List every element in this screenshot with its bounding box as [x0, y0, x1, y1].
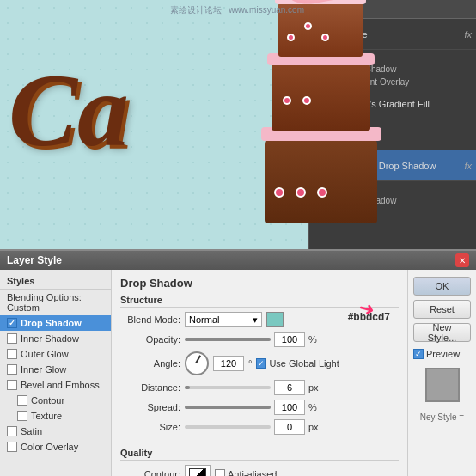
opacity-input[interactable] [274, 332, 305, 347]
blend-mode-label: Blend Mode: [120, 314, 180, 325]
size-slider[interactable] [185, 425, 271, 429]
ca-text: Ca [9, 52, 129, 170]
size-row: Size: px [120, 419, 399, 435]
style-item-color-overlay[interactable]: Color Overlay [0, 439, 111, 455]
anti-aliased-label[interactable]: Anti-aliased [215, 469, 277, 476]
distance-input[interactable] [274, 380, 305, 395]
contour-preview[interactable] [185, 465, 211, 476]
distance-slider[interactable] [185, 386, 271, 389]
quality-section: Quality Contour: Anti-aliased [120, 442, 399, 476]
blend-mode-dropdown[interactable]: Normal ▾ [185, 312, 262, 327]
reset-button[interactable]: Reset [413, 300, 471, 319]
new-style-label: Ney Style = [413, 412, 471, 422]
style-item-texture[interactable]: Texture [0, 408, 111, 424]
new-style-button[interactable]: New Style... [413, 323, 471, 342]
dialog-body: Styles Blending Options: Custom ✓ Drop S… [0, 270, 476, 476]
dropdown-arrow: ▾ [253, 314, 258, 326]
style-label-color-overlay: Color Overlay [21, 442, 78, 452]
checkbox-drop-shadow[interactable]: ✓ [7, 318, 17, 328]
quality-title: Quality [120, 448, 399, 461]
angle-label: Angle: [120, 358, 180, 369]
distance-row: Distance: px [120, 380, 399, 395]
spread-unit: % [308, 402, 317, 412]
use-global-light-label[interactable]: ✓ Use Global Light [256, 358, 339, 369]
style-label-contour: Contour [31, 395, 64, 406]
style-item-inner-shadow[interactable]: Inner Shadow [0, 331, 111, 346]
distance-unit: px [308, 382, 319, 393]
opacity-row: Opacity: % [120, 332, 399, 347]
opacity-slider-container: % [185, 332, 317, 347]
preview-checkbox[interactable]: ✓ [413, 349, 424, 359]
style-label-inner-shadow: Inner Shadow [21, 333, 79, 344]
contour-label: Contour: [120, 469, 180, 476]
size-slider-container: px [185, 419, 319, 435]
ok-button[interactable]: OK [413, 277, 471, 296]
checkbox-contour[interactable] [17, 395, 27, 406]
sub-title-structure: Structure [120, 295, 399, 308]
use-global-light-checkbox[interactable]: ✓ [256, 358, 266, 369]
contour-row: Contour: Anti-aliased [120, 465, 399, 476]
cake-illustration [253, 0, 390, 241]
opacity-unit: % [308, 334, 317, 345]
style-label-bevel-emboss: Bevel and Emboss [21, 380, 100, 390]
spread-label: Spread: [120, 402, 180, 412]
style-item-satin[interactable]: Satin [0, 424, 111, 439]
style-label-inner-glow: Inner Glow [21, 364, 66, 375]
opacity-slider[interactable] [185, 338, 271, 341]
checkbox-color-overlay[interactable] [7, 442, 17, 452]
anti-aliased-checkbox[interactable] [215, 469, 225, 476]
blend-color-swatch[interactable] [266, 312, 284, 327]
dialog-title: Layer Style [7, 254, 62, 266]
close-button[interactable]: ✕ [455, 253, 469, 267]
spread-input[interactable] [274, 400, 305, 415]
style-item-inner-glow[interactable]: Inner Glow [0, 362, 111, 377]
distance-label: Distance: [120, 382, 180, 393]
section-title: Drop Shadow [120, 277, 399, 290]
spread-slider-container: % [185, 400, 317, 415]
checkbox-bevel-emboss[interactable] [7, 380, 17, 390]
layer-style-dialog: Layer Style ✕ Styles Blending Options: C… [0, 249, 476, 476]
style-item-blending[interactable]: Blending Options: Custom [0, 290, 111, 315]
contour-inner [189, 468, 206, 476]
style-list-header: Styles [0, 273, 111, 290]
dialog-buttons: OK Reset New Style... ✓ Preview Ney Styl… [407, 270, 476, 476]
opacity-label: Opacity: [120, 334, 180, 345]
angle-dial[interactable] [185, 351, 209, 375]
canvas-area: Ca [0, 0, 476, 249]
style-item-drop-shadow[interactable]: ✓ Drop Shadow [0, 315, 111, 331]
distance-slider-container: px [185, 380, 319, 395]
size-label: Size: [120, 422, 180, 432]
color-preview-swatch[interactable] [425, 368, 460, 402]
dialog-titlebar: Layer Style ✕ [0, 251, 476, 270]
style-label-blending: Blending Options: Custom [7, 292, 104, 313]
style-label-satin: Satin [21, 426, 42, 436]
preview-label[interactable]: ✓ Preview [413, 349, 471, 359]
checkbox-texture[interactable] [17, 411, 27, 421]
fx-badge-ke: fx [464, 29, 472, 40]
spread-slider[interactable] [185, 406, 271, 409]
checkbox-inner-shadow[interactable] [7, 333, 17, 344]
style-label-texture: Texture [31, 411, 62, 421]
style-item-outer-glow[interactable]: Outer Glow [0, 346, 111, 362]
size-input[interactable] [274, 419, 305, 435]
angle-row: Angle: ° ✓ Use Global Light [120, 351, 399, 375]
style-item-bevel-emboss[interactable]: Bevel and Emboss [0, 377, 111, 393]
fx-badge-drop-shadow: fx [464, 161, 472, 171]
style-label-outer-glow: Outer Glow [21, 349, 69, 359]
spread-row: Spread: % [120, 400, 399, 415]
angle-unit: ° [248, 358, 252, 369]
checkbox-outer-glow[interactable] [7, 349, 17, 359]
watermark: 素绘设计论坛 www.missyuan.com [170, 4, 304, 16]
style-label-drop-shadow: Drop Shadow [21, 318, 82, 328]
angle-input[interactable] [213, 356, 244, 371]
style-item-contour[interactable]: Contour [0, 393, 111, 408]
style-list: Styles Blending Options: Custom ✓ Drop S… [0, 270, 112, 476]
size-unit: px [308, 422, 319, 432]
checkbox-inner-glow[interactable] [7, 364, 17, 375]
checkbox-satin[interactable] [7, 426, 17, 436]
